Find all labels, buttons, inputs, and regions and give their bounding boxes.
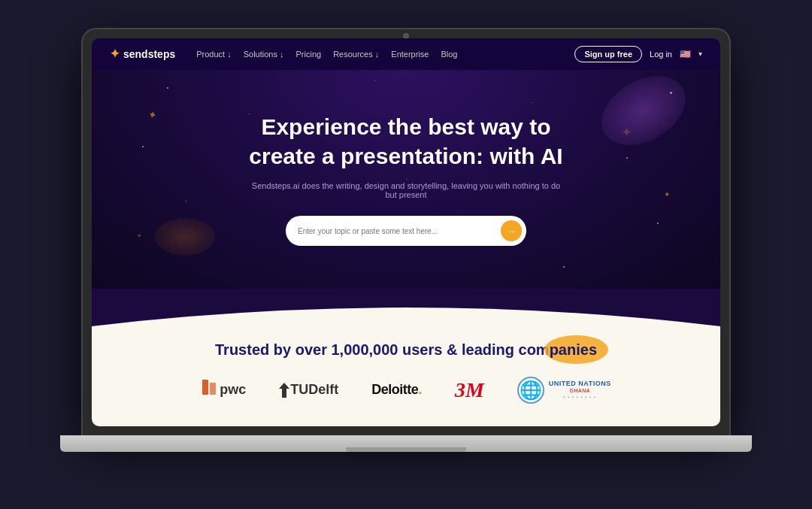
site-logo[interactable]: ✦ sendsteps [110, 47, 175, 61]
trusted-section: Trusted by over 1,000,000 users & leadin… [92, 326, 720, 426]
3m-logo: 3M [455, 378, 484, 402]
nav-links: Product ↓ Solutions ↓ Pricing Resources … [196, 50, 457, 59]
laptop-base [60, 435, 752, 452]
pwc-logo: pwc [201, 380, 246, 401]
deloitte-logo: Deloitte. [371, 382, 422, 398]
deloitte-text: Deloitte. [371, 382, 422, 398]
signup-button[interactable]: Sign up free [574, 46, 642, 62]
search-submit-button[interactable]: → [501, 220, 522, 241]
deloitte-dot: . [418, 382, 422, 397]
nav-product[interactable]: Product ↓ [196, 50, 231, 59]
pwc-text: pwc [220, 382, 246, 398]
hero-title: Experience the best way to create a pres… [249, 112, 562, 171]
3m-text: 3M [455, 378, 484, 402]
nav-blog[interactable]: Blog [441, 50, 457, 59]
un-united-text: UNITED NATIONS [549, 380, 611, 388]
hero-title-line2: create a presentation: with AI [249, 144, 562, 168]
pwc-icon [201, 380, 217, 401]
deco-orb-1 [589, 70, 698, 159]
nav-pricing[interactable]: Pricing [296, 50, 322, 59]
nav-actions: Sign up free Log in 🇺🇸 ▾ [574, 46, 702, 62]
hero-title-line1: Experience the best way to [261, 114, 550, 139]
partner-logos-row: pwc TUDelft [122, 377, 690, 404]
pwc-logo-inner: pwc [201, 380, 246, 401]
topic-input[interactable] [298, 227, 495, 235]
hero-subtitle: Sendsteps.ai does the writing, design an… [248, 181, 564, 199]
un-ghana-text: GHANA [549, 388, 611, 394]
sparkle-4: ✦ [136, 232, 142, 240]
trusted-title: Trusted by over 1,000,000 users & leadin… [122, 341, 690, 359]
trusted-title-highlight: panies [550, 341, 597, 359]
nav-resources[interactable]: Resources ↓ [333, 50, 379, 59]
deco-orb-2 [155, 218, 215, 256]
language-flag[interactable]: 🇺🇸 [680, 49, 691, 59]
svg-rect-1 [210, 383, 216, 395]
logo-icon: ✦ [110, 47, 120, 61]
language-dropdown-icon[interactable]: ▾ [698, 50, 702, 58]
tudelft-text: TUDelft [290, 382, 338, 398]
curve-svg [92, 289, 720, 326]
navigation: ✦ sendsteps Product ↓ Solutions ↓ Pricin… [92, 38, 720, 70]
search-bar: → [286, 216, 526, 246]
sparkle-1: ✦ [147, 108, 159, 123]
website-content: ✦ sendsteps Product ↓ Solutions ↓ Pricin… [92, 38, 720, 426]
nav-solutions[interactable]: Solutions ↓ [244, 50, 284, 59]
laptop-container: ✦ sendsteps Product ↓ Solutions ↓ Pricin… [83, 29, 729, 480]
un-globe-icon: 🌐 [517, 377, 544, 404]
trusted-title-text: Trusted by over 1,000,000 users & leadin… [215, 341, 550, 358]
logo-text: sendsteps [123, 48, 175, 60]
un-dots: • • • • • • • • [549, 395, 611, 400]
tudelft-logo-inner: TUDelft [279, 382, 338, 398]
hero-section: ✦ ✦ ✦ ✦ Experience the best way to creat… [92, 70, 720, 289]
svg-rect-0 [202, 380, 208, 395]
login-button[interactable]: Log in [650, 50, 672, 59]
screen-bezel: ✦ sendsteps Product ↓ Solutions ↓ Pricin… [83, 29, 729, 435]
laptop-screen: ✦ sendsteps Product ↓ Solutions ↓ Pricin… [92, 38, 720, 426]
un-globe-emoji: 🌐 [520, 380, 542, 401]
un-text-block: UNITED NATIONS GHANA • • • • • • • • [549, 380, 611, 399]
blob-text: panies [550, 341, 597, 358]
nav-enterprise[interactable]: Enterprise [391, 50, 429, 59]
curve-section [92, 289, 720, 326]
stars-decoration [92, 70, 720, 289]
sparkle-2: ✦ [664, 190, 670, 198]
tudelft-icon [279, 383, 289, 398]
svg-marker-2 [279, 383, 289, 398]
tudelft-logo: TUDelft [279, 382, 338, 398]
united-nations-logo: 🌐 UNITED NATIONS GHANA • • • • • • • • [517, 377, 611, 404]
sparkle-3: ✦ [621, 124, 632, 141]
